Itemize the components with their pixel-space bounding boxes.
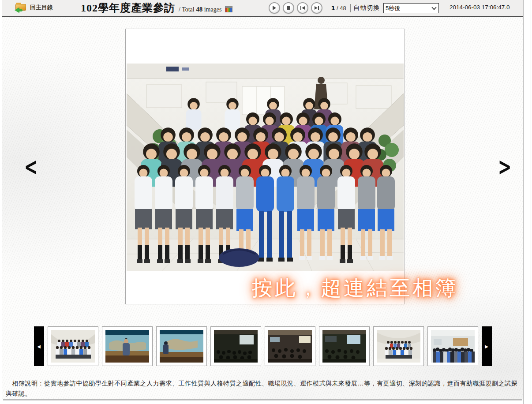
thumbnail-image-7 xyxy=(377,330,420,363)
filmstrip-next-button[interactable]: ▶ xyxy=(482,326,492,366)
toolbar: 回主目錄 102學年度產業參訪 / Total 48 images 1 / 48… xyxy=(2,0,523,16)
film-strip-icon xyxy=(225,6,232,12)
thumbnail-image-4 xyxy=(214,330,258,363)
thumbnail-5-conference-room[interactable] xyxy=(265,326,315,366)
album-title-area: 102學年度產業參訪 / Total 48 images xyxy=(81,1,232,15)
skip-last-icon xyxy=(315,6,318,10)
main-photo xyxy=(127,64,404,271)
photo-timestamp: 2014-06-03 17:06:47.0 xyxy=(450,4,510,11)
thumbnail-image-8 xyxy=(431,330,475,363)
thumbnail-7-group-photo-lobby[interactable] xyxy=(373,326,424,366)
thumbnail-3-map-wall[interactable] xyxy=(156,326,207,366)
last-image-button[interactable] xyxy=(311,2,322,14)
total-suffix: images xyxy=(204,6,222,13)
duffel-bag xyxy=(219,248,259,267)
thumbnail-6-conference-room-screen[interactable] xyxy=(319,326,370,366)
next-image-arrow[interactable]: > xyxy=(498,154,512,179)
total-count: 48 xyxy=(196,6,202,13)
thumbnail-image-5 xyxy=(268,330,312,363)
header-rule xyxy=(2,16,523,17)
counter-total: 48 xyxy=(340,5,346,11)
slideshow-stage: < > xyxy=(2,17,523,326)
total-prefix: / Total xyxy=(179,6,195,13)
thumbnail-image-2 xyxy=(105,330,149,363)
thumbnail-2-presenter-map-wall[interactable] xyxy=(102,326,153,366)
page-frame: 回主目錄 102學年度產業參訪 / Total 48 images 1 / 48… xyxy=(2,0,524,404)
stop-button[interactable] xyxy=(283,2,294,14)
header-divider xyxy=(350,4,351,12)
folder-back-icon xyxy=(15,3,27,12)
main-photo-frame[interactable] xyxy=(125,29,405,304)
thumbnail-image-3 xyxy=(160,330,203,363)
thumbnail-1-group-photo-stairs[interactable] xyxy=(48,326,98,366)
image-total: / Total 48 images xyxy=(179,6,232,13)
play-button[interactable] xyxy=(269,2,280,14)
album-description: 相簿說明：從實地參訪中協助學生對不同產業之人力需求、工作性質與人格特質之適配性、… xyxy=(6,378,521,399)
thumbnail-4-dark-room-screen[interactable] xyxy=(210,326,261,366)
page-title: 102學年度產業參訪 xyxy=(81,1,175,15)
first-image-button[interactable] xyxy=(297,2,308,14)
footer-divider xyxy=(3,399,522,400)
auto-switch-label: 自動切換 xyxy=(353,4,380,12)
filmstrip: ◀ xyxy=(2,326,523,366)
album-hyperlink-overlay[interactable]: 按此，超連結至相簿 xyxy=(252,274,458,302)
stop-icon xyxy=(287,6,290,10)
thumbnail-image-1 xyxy=(51,330,95,363)
back-to-index-button[interactable]: 回主目錄 xyxy=(15,3,53,12)
skip-first-icon xyxy=(300,6,302,10)
interval-select-wrap: 5秒後 xyxy=(383,3,439,13)
play-icon xyxy=(273,6,276,10)
playback-controls xyxy=(269,2,322,14)
back-button-label: 回主目錄 xyxy=(30,4,53,11)
thumbnail-8-bright-hall-crowd[interactable] xyxy=(427,326,478,366)
previous-image-arrow[interactable]: < xyxy=(24,154,38,179)
interval-select[interactable]: 5秒後 xyxy=(383,3,439,13)
image-counter: 1 / 48 xyxy=(331,4,346,11)
thumbnail-image-6 xyxy=(322,330,366,363)
filmstrip-prev-button[interactable]: ◀ xyxy=(34,326,44,366)
page-right-border xyxy=(531,0,531,404)
